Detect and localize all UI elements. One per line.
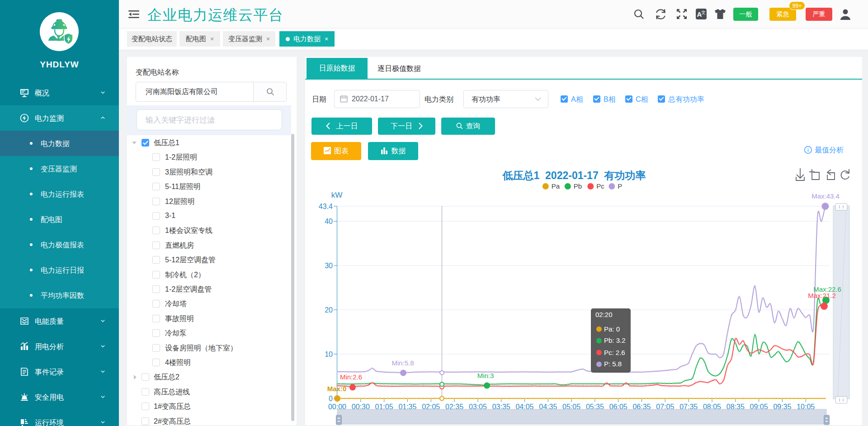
svg-text:Min:2.6: Min:2.6 — [340, 373, 362, 381]
svg-text:02:20: 02:20 — [595, 311, 613, 318]
svg-text:低压总1 2022-01-17 有功功率: 低压总1 2022-01-17 有功功率 — [502, 170, 646, 181]
svg-text:43.4: 43.4 — [319, 203, 333, 210]
svg-text:10: 10 — [325, 350, 333, 358]
svg-text:kW: kW — [331, 191, 343, 199]
svg-text:Pb: 3.2: Pb: 3.2 — [604, 336, 626, 344]
svg-text:Min:5.8: Min:5.8 — [392, 359, 414, 367]
svg-text:0: 0 — [329, 395, 333, 402]
svg-text:P: 5.8: P: 5.8 — [604, 360, 622, 368]
svg-text:Max:43.4: Max:43.4 — [811, 192, 840, 200]
svg-text:Min:3: Min:3 — [477, 372, 494, 379]
svg-text:40: 40 — [325, 218, 333, 225]
svg-text:20: 20 — [325, 306, 333, 314]
svg-text:Pb: Pb — [574, 182, 582, 190]
svg-text:30: 30 — [325, 262, 333, 270]
svg-text:文: 文 — [701, 10, 706, 15]
svg-text:Max:0: Max:0 — [327, 385, 347, 393]
svg-text:Pa: 0: Pa: 0 — [604, 325, 620, 333]
svg-text:P: P — [618, 182, 622, 190]
svg-text:Pc: 2.6: Pc: 2.6 — [604, 349, 625, 356]
svg-text:Max:21.2: Max:21.2 — [808, 292, 836, 299]
svg-text:Pc: Pc — [596, 182, 604, 190]
svg-text:Pa: Pa — [552, 182, 560, 190]
